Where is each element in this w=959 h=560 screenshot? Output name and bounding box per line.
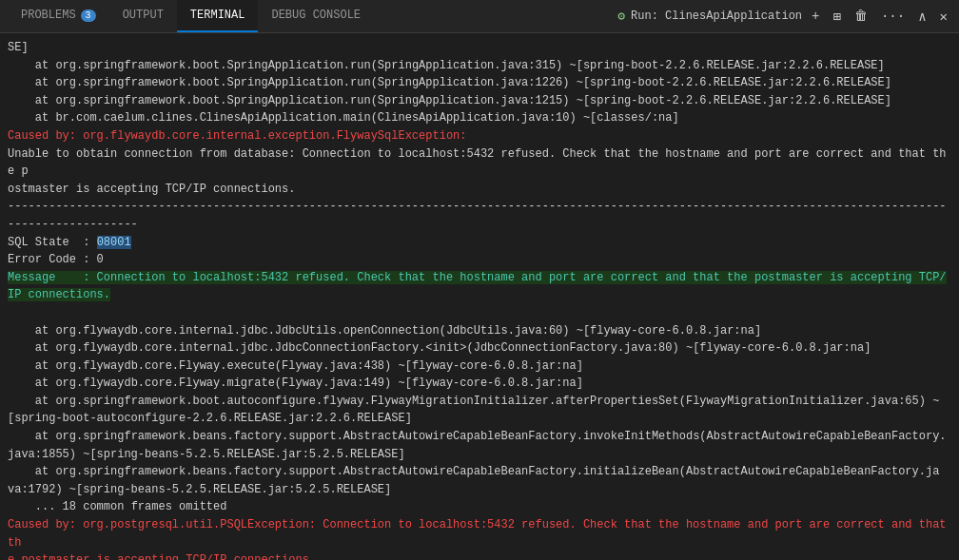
add-terminal-button[interactable]: +: [808, 7, 823, 26]
tab-problems-label: PROBLEMS: [21, 9, 76, 22]
close-button[interactable]: ✕: [936, 7, 951, 27]
tab-terminal[interactable]: TERMINAL: [177, 0, 259, 32]
tab-output-label: OUTPUT: [123, 9, 164, 22]
run-icon: ⚙: [617, 9, 625, 24]
tab-problems[interactable]: PROBLEMS 3: [8, 0, 109, 32]
tab-debug-console-label: DEBUG CONSOLE: [271, 9, 361, 22]
tab-output[interactable]: OUTPUT: [109, 0, 177, 32]
tab-bar: PROBLEMS 3 OUTPUT TERMINAL DEBUG CONSOLE…: [0, 0, 959, 33]
tab-terminal-label: TERMINAL: [190, 9, 245, 22]
split-terminal-button[interactable]: ⊞: [829, 7, 844, 27]
run-label: Run: ClinesApiApplication: [631, 10, 802, 23]
tab-problems-count: 3: [81, 10, 96, 22]
chevron-up-icon[interactable]: ∧: [914, 7, 930, 27]
tab-debug-console[interactable]: DEBUG CONSOLE: [258, 0, 374, 32]
more-button[interactable]: ···: [877, 7, 909, 26]
tab-bar-left: PROBLEMS 3 OUTPUT TERMINAL DEBUG CONSOLE: [8, 0, 374, 32]
terminal-output: SE] at org.springframework.boot.SpringAp…: [0, 33, 959, 560]
trash-button[interactable]: 🗑: [851, 7, 871, 26]
tab-bar-right: ⚙ Run: ClinesApiApplication + ⊞ 🗑 ··· ∧ …: [617, 7, 951, 27]
